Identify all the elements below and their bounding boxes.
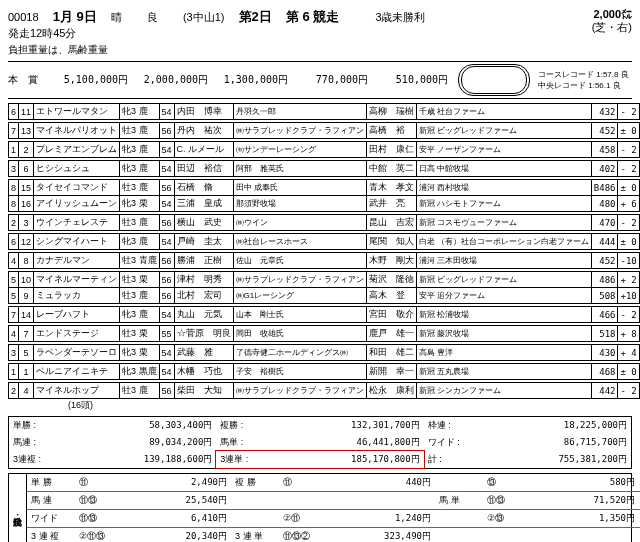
prize-4: 770,000円: [288, 73, 368, 87]
payout-table: 払戻金・給付金 単 勝⑪2,490円複 勝⑪440円⑬580円②110円枠 連(…: [8, 473, 632, 542]
payout-nums: ⑪⑬②: [279, 528, 357, 542]
payout-amount: 440円: [357, 474, 435, 491]
prize-label: 本 賞: [8, 73, 38, 87]
header: 00018 1月 9日 晴 良 (3中山1) 第2日 第 6 競走 3歳未勝利 …: [8, 8, 632, 41]
race-class: 3歳未勝利: [375, 11, 425, 23]
table-row: 713マイネルパリオット牡3 鹿56丹内 祐次㈱サラブレッドクラブ・ラフィアン高…: [9, 123, 641, 139]
race-day: 第2日: [239, 9, 272, 24]
horse-count: (16頭): [8, 399, 632, 412]
payout-type: 3 連 複: [27, 528, 75, 542]
payout-label: 払戻金・給付金: [9, 474, 27, 542]
payout-nums: ⑪⑬: [483, 492, 561, 509]
prize-2: 2,000,000円: [128, 73, 208, 87]
start-time: 発走12時45分: [8, 27, 76, 39]
course-record: コースレコード 1:57.8 良: [538, 69, 629, 80]
prize-row: 本 賞 5,100,000円 2,000,000円 1,300,000円 770…: [8, 61, 632, 99]
sales-cell: ワイド :86,715,700円: [424, 434, 631, 451]
prize-1: 5,100,000円: [48, 73, 128, 87]
payout-nums: ②⑬: [483, 510, 561, 527]
payout-nums: ⑪⑬: [75, 510, 153, 527]
table-row: 35ラベンダーテソーロ牝3 栗54武藤 雅了德寺健二ホールディングス㈱和田 雄二…: [9, 345, 641, 361]
payout-type: [231, 510, 279, 527]
table-row: 36ヒシシュシュ牝3 鹿54田辺 裕信阿部 雅英氏中館 英二日高 中館牧場402…: [9, 161, 641, 177]
race-date: 1月 9日: [53, 9, 97, 24]
payout-amount: 6,410円: [153, 510, 231, 527]
payout-nums: ②⑪: [279, 510, 357, 527]
payout-nums: ⑪: [75, 474, 153, 491]
payout-amount: [357, 492, 435, 509]
race-num: 第 6 競走: [286, 9, 339, 24]
table-row: 816アイリッシュムーン牝3 栗54三浦 皇成那須野牧場武井 亮新冠 ハシモトフ…: [9, 196, 641, 212]
payout-nums: ②⑪⑬: [75, 528, 153, 542]
condition: 良: [147, 11, 158, 23]
sales-cell: 3連複 :139,188,600円: [9, 451, 216, 468]
payout-amount: 323,490円: [357, 528, 435, 542]
weight-note: 負担重量は、馬齢重量: [8, 43, 632, 57]
payout-amount: 20,340円: [153, 528, 231, 542]
payout-type: 馬 単: [435, 492, 483, 509]
payout-type: [435, 510, 483, 527]
table-row: 612シングマイハート牝3 鹿54戸崎 圭太㈱社台レースホース尾関 知人白老 （…: [9, 234, 641, 250]
payout-nums: ⑪⑬: [75, 492, 153, 509]
sales-cell: 複勝 :132,301,700円: [216, 417, 423, 434]
chuo-record: 中央レコード 1:56.1 良: [538, 80, 629, 91]
payout-amount: 1,240円: [357, 510, 435, 527]
distance: 2,000㍍: [593, 8, 632, 20]
results-table: 611エトワールマタン牝3 鹿54内田 博幸丹羽久一郎高柳 瑞樹千歳 社台ファー…: [8, 103, 640, 399]
payout-type: 馬 連: [27, 492, 75, 509]
payout-type: 複 勝: [231, 474, 279, 491]
sales-table: 単勝 :58,303,400円複勝 :132,301,700円枠連 :18,22…: [8, 416, 632, 469]
sales-cell: 馬連 :89,034,200円: [9, 434, 216, 451]
sales-cell: 計 :755,381,200円: [424, 451, 631, 468]
table-row: 47エンドステージ牡3 栗55☆菅原 明良岡田 牧雄氏鹿戸 雄一新冠 藤沢牧場5…: [9, 326, 641, 342]
track: (3中山1): [183, 11, 225, 23]
payout-amount: 71,520円: [561, 492, 639, 509]
table-row: 59ミュラッカ牡3 鹿56北村 宏司㈱G1レーシング高木 登安平 追分ファーム5…: [9, 288, 641, 304]
payout-nums: ⑪: [279, 474, 357, 491]
table-row: 11ベルニアイニキテ牝3 黒鹿54木幡 巧也子安 裕樹氏新開 幸一新冠 五丸農場…: [9, 364, 641, 380]
payout-amount: 2,490円: [153, 474, 231, 491]
payout-nums: [279, 492, 357, 509]
payout-type: ワイド: [27, 510, 75, 527]
payout-nums: ⑬: [483, 474, 561, 491]
records: コースレコード 1:57.8 良 中央レコード 1:56.1 良: [538, 69, 629, 91]
weather: 晴: [111, 11, 122, 23]
table-row: 24マイネルホップ牡3 鹿56柴田 大知㈱サラブレッドクラブ・ラフィアン松永 康…: [9, 383, 641, 399]
table-row: 611エトワールマタン牝3 鹿54内田 博幸丹羽久一郎高柳 瑞樹千歳 社台ファー…: [9, 104, 641, 120]
track-diagram-icon: [458, 64, 530, 96]
payout-type: [435, 474, 483, 491]
surface: (芝・右): [592, 21, 632, 33]
sales-cell: 枠連 :18,225,000円: [424, 417, 631, 434]
payout-amount: 1,350円: [561, 510, 639, 527]
table-row: 510マイネルマーティン牡3 栗56津村 明秀㈱サラブレッドクラブ・ラフィアン菊…: [9, 272, 641, 288]
payout-amount: 580円: [561, 474, 639, 491]
prize-3: 1,300,000円: [208, 73, 288, 87]
sales-cell: 3連単 :185,170,800円: [215, 450, 424, 469]
payout-type: 単 勝: [27, 474, 75, 491]
sales-cell: 馬単 :46,441,800円: [216, 434, 423, 451]
payout-amount: 25,540円: [153, 492, 231, 509]
table-row: 714レーブハフト牝3 鹿54丸山 元気山本 剛士氏宮田 敬介新冠 松浦牧場46…: [9, 307, 641, 323]
prize-5: 510,000円: [368, 73, 448, 87]
table-row: 23ウインチェレステ牡3 鹿56横山 武史㈱ウイン昆山 吉宏新冠 コスモヴューフ…: [9, 215, 641, 231]
sales-cell: 単勝 :58,303,400円: [9, 417, 216, 434]
table-row: 48カナデルマン牡3 青鹿56勝浦 正樹佐山 元章氏木野 剛大浦河 三木田牧場4…: [9, 253, 641, 269]
table-row: 12プレミアエンブレム牝3 鹿54C. ルメール㈲サンデーレーシング田村 康仁安…: [9, 142, 641, 158]
race-id: 00018: [8, 11, 39, 23]
payout-type: [231, 492, 279, 509]
table-row: 815タイセイコマンド牡3 鹿56石橋 脩田中 成奉氏青木 孝文浦河 西村牧場B…: [9, 180, 641, 196]
payout-type: 3 連 単: [231, 528, 279, 542]
